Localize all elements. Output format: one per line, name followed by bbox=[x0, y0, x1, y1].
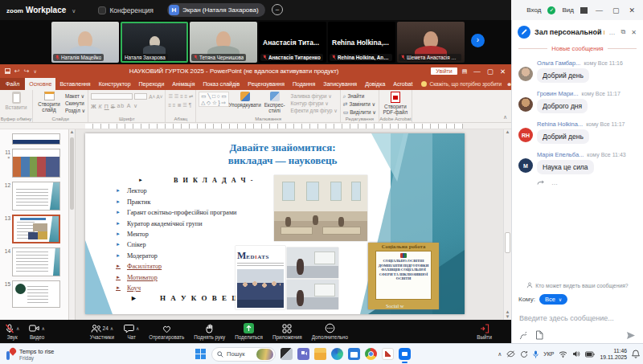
participants-button[interactable]: 24 ∧ Участники bbox=[85, 323, 119, 340]
tab-help[interactable]: Довідка bbox=[361, 78, 389, 90]
slide-thumb-13-selected[interactable]: 13 bbox=[0, 215, 67, 243]
tab-slideshow[interactable]: Показ слайдів bbox=[199, 78, 244, 90]
send-icon[interactable] bbox=[626, 331, 636, 340]
message-text[interactable]: Добрий день bbox=[537, 68, 589, 83]
chevron-down-icon[interactable]: ∨ bbox=[72, 8, 76, 14]
notifications-bell-icon[interactable] bbox=[632, 350, 640, 358]
thumbnail-scrollbar[interactable]: ▲ bbox=[69, 129, 76, 320]
recipient-select[interactable]: Все∨ bbox=[539, 294, 567, 305]
more-button[interactable]: Дополнительно bbox=[307, 323, 353, 340]
maximize-icon[interactable]: ▢ bbox=[611, 6, 621, 14]
shapes-gallery[interactable]: ▭ ╲ □ ○ ▭△ ◇ ☆ } ⇨ bbox=[199, 92, 228, 107]
acrobat-icon[interactable] bbox=[382, 348, 394, 360]
new-slide-button[interactable]: Створити слайд bbox=[35, 92, 63, 112]
tab-acrobat[interactable]: Acrobat bbox=[389, 78, 416, 90]
minimize-icon[interactable]: — bbox=[594, 6, 604, 14]
screenshot-pen-icon[interactable] bbox=[519, 331, 528, 340]
compose-icon[interactable] bbox=[518, 26, 530, 39]
find-button[interactable]: ⌕ Знайти bbox=[343, 93, 364, 100]
slide[interactable]: Давайте знайомитися: викладач — науковец… bbox=[85, 133, 465, 314]
chat-button[interactable]: ∧ Чат bbox=[119, 323, 144, 340]
popout-icon[interactable]: ⧉ bbox=[620, 28, 627, 36]
signin-label[interactable]: Вход bbox=[526, 6, 541, 14]
screen-share-pill[interactable]: Н Экран (Наталя Захарова) bbox=[167, 3, 265, 17]
search-box[interactable]: Пошук bbox=[211, 347, 276, 362]
tab-animations[interactable]: Анімація bbox=[168, 78, 199, 90]
replace-button[interactable]: ⇄ Замінити ∨ bbox=[343, 101, 375, 108]
leave-button[interactable]: Выйти bbox=[472, 323, 497, 340]
chat-chevron-icon[interactable]: ∧ bbox=[136, 325, 139, 331]
shape-fill-button[interactable]: Заливка фігури ∨ bbox=[291, 93, 332, 99]
ppt-signin-button[interactable]: Увійти bbox=[431, 67, 457, 75]
message-text[interactable]: Добрий день bbox=[537, 129, 589, 144]
file-icon[interactable] bbox=[535, 330, 543, 340]
view-grid-icon[interactable] bbox=[580, 7, 588, 14]
file-explorer-icon[interactable] bbox=[314, 348, 326, 360]
message-input[interactable] bbox=[512, 314, 643, 330]
video-tile[interactable]: Тетяна Чернишова bbox=[190, 22, 257, 63]
battery-icon[interactable] bbox=[585, 351, 595, 358]
slide-thumb-14[interactable]: 14 bbox=[0, 247, 67, 276]
redo-icon[interactable]: ↪ bbox=[24, 67, 30, 75]
weather-widget[interactable]: Temps to riseFriday bbox=[0, 348, 54, 361]
ppt-minimize-icon[interactable]: — bbox=[473, 67, 481, 76]
mic-active-icon[interactable] bbox=[533, 350, 539, 358]
layout-button[interactable]: Макет ∨ bbox=[65, 93, 84, 99]
slide-thumb-15[interactable]: 15 bbox=[0, 280, 67, 308]
font-name-box[interactable] bbox=[91, 93, 133, 100]
tab-view[interactable]: Подання bbox=[289, 78, 319, 90]
windows-start-icon[interactable] bbox=[195, 349, 207, 360]
paste-button[interactable]: Вставити bbox=[2, 92, 30, 110]
task-view-icon[interactable] bbox=[281, 348, 293, 360]
audio-button[interactable]: ∧ Звук bbox=[0, 323, 24, 340]
next-participants-button[interactable]: › bbox=[471, 34, 485, 47]
video-chevron-icon[interactable]: ∧ bbox=[41, 325, 44, 331]
video-tile-camera-off[interactable]: Rehina Holkina,... Rehina Holkina, Andri… bbox=[328, 22, 395, 63]
edge-icon[interactable] bbox=[331, 348, 343, 360]
message-more-icon[interactable]: … bbox=[551, 179, 558, 186]
meeting-tab[interactable]: Конференция bbox=[98, 6, 153, 14]
tab-file[interactable]: Файл bbox=[0, 78, 25, 90]
font-size-box[interactable] bbox=[134, 93, 147, 100]
video-tile[interactable]: Наталія Мацейко bbox=[51, 22, 119, 63]
tell-me-box[interactable]: Скажіть, що потрібно зробити bbox=[416, 78, 506, 90]
tab-insert[interactable]: Вставлення bbox=[55, 78, 94, 90]
collapse-ribbon-icon[interactable]: ∧ bbox=[499, 114, 511, 122]
react-button[interactable]: Отреагировать bbox=[144, 323, 189, 340]
undo-icon[interactable]: ↩ bbox=[14, 67, 20, 75]
tab-transitions[interactable]: Переходи bbox=[135, 78, 169, 90]
reply-icon[interactable] bbox=[537, 180, 545, 186]
tab-home[interactable]: Основне bbox=[25, 78, 55, 90]
video-tile[interactable]: Шемета Анастасія 10... bbox=[397, 22, 465, 63]
tab-review[interactable]: Рецензування bbox=[244, 78, 289, 90]
chat-close-icon[interactable]: ✕ bbox=[630, 29, 637, 36]
slide-thumb-11[interactable]: 11✶ bbox=[0, 149, 67, 178]
slide-scrollbar[interactable]: ▲▲▼ bbox=[503, 129, 511, 320]
clock[interactable]: 11:4619.11.2025 bbox=[600, 348, 627, 361]
sync-icon[interactable] bbox=[520, 350, 528, 358]
video-button[interactable]: ∧ Видео bbox=[24, 323, 49, 340]
message-text[interactable]: Наука це сила bbox=[537, 160, 594, 174]
privacy-note[interactable]: Кто может видеть ваши сообщения? bbox=[512, 282, 643, 294]
chrome-icon[interactable] bbox=[365, 348, 377, 360]
language-indicator[interactable]: УКР bbox=[543, 351, 554, 357]
ribbon-options-icon[interactable]: ▤ bbox=[462, 68, 468, 75]
close-icon[interactable]: ✕ bbox=[627, 6, 637, 14]
participants-chevron-icon[interactable]: ∧ bbox=[110, 325, 113, 331]
message-text[interactable]: Доброго дня bbox=[537, 99, 588, 113]
volume-icon[interactable] bbox=[572, 350, 580, 358]
ppt-maximize-icon[interactable]: ▢ bbox=[487, 67, 494, 76]
tab-design[interactable]: Конструктор bbox=[95, 78, 135, 90]
minimize-strip-icon[interactable]: − bbox=[272, 4, 283, 15]
video-tile-active-speaker[interactable]: Наталя Захарова bbox=[121, 22, 188, 63]
select-button[interactable]: ▭ Виділити ∨ bbox=[343, 109, 376, 116]
shape-effects-button[interactable]: Ефекти для фігур ∨ bbox=[291, 108, 338, 113]
teams-icon[interactable] bbox=[297, 348, 309, 360]
ppt-close-icon[interactable]: ✕ bbox=[500, 67, 506, 76]
section-button[interactable]: Розділ ∨ bbox=[65, 108, 85, 113]
slide-thumb-partial[interactable] bbox=[0, 133, 67, 145]
save-icon[interactable] bbox=[5, 68, 10, 74]
raise-hand-button[interactable]: Поднять руку bbox=[189, 323, 230, 340]
share-screen-button[interactable]: Поделиться bbox=[230, 323, 268, 340]
slide-thumb-12[interactable]: 12 bbox=[0, 182, 67, 211]
